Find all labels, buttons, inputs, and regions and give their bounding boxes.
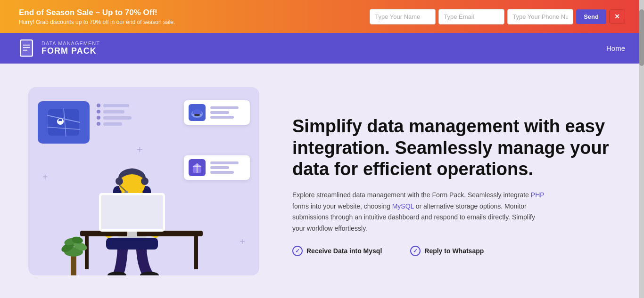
- feature-2-label: Reply to Whatsapp: [424, 247, 484, 255]
- hero-section: + + +: [0, 64, 644, 298]
- svg-point-22: [141, 177, 149, 185]
- svg-rect-1: [20, 40, 32, 56]
- close-button[interactable]: ✕: [609, 9, 625, 24]
- name-input[interactable]: [370, 9, 436, 24]
- check-icon-2: ✓: [410, 246, 421, 256]
- navbar: DATA MANAGEMENT FORM PACK Home: [0, 33, 644, 64]
- svg-rect-26: [85, 236, 89, 269]
- feature-1-label: Receive Data into Mysql: [306, 247, 382, 255]
- illus-background: + + +: [28, 87, 259, 275]
- plus-deco-3: +: [239, 236, 245, 247]
- feature-1: ✓ Receive Data into Mysql: [292, 246, 382, 256]
- brand-text: DATA MANAGEMENT FORM PACK: [41, 40, 100, 56]
- email-input[interactable]: [438, 9, 504, 24]
- phone-input[interactable]: [507, 9, 573, 24]
- hero-features: ✓ Receive Data into Mysql ✓ Reply to Wha…: [292, 246, 616, 256]
- brand-subtitle: DATA MANAGEMENT: [41, 40, 100, 46]
- hero-text: Simplify data management with easy integ…: [292, 116, 616, 256]
- feature-2: ✓ Reply to Whatsapp: [410, 246, 484, 256]
- illustration: + + +: [28, 87, 264, 285]
- sale-subtitle: Hurry! Grab discounts up to 70% off in o…: [19, 19, 175, 25]
- plus-deco-1: +: [42, 172, 48, 183]
- person-illustration: [57, 115, 207, 275]
- scrollbar-thumb[interactable]: [639, 9, 644, 66]
- scrollbar[interactable]: [639, 0, 644, 298]
- nav-home-link[interactable]: Home: [606, 44, 625, 52]
- send-button[interactable]: Send: [576, 9, 606, 24]
- mysql-link[interactable]: MySQL: [392, 202, 414, 210]
- svg-rect-34: [106, 238, 158, 250]
- sale-title: End of Season Sale – Up to 70% Off!: [19, 8, 175, 17]
- check-icon-1: ✓: [292, 246, 303, 256]
- banner-text: End of Season Sale – Up to 70% Off! Hurr…: [19, 8, 175, 25]
- banner-form: Send ✕: [370, 9, 625, 24]
- brand-title: FORM PACK: [41, 46, 100, 56]
- svg-rect-29: [101, 195, 163, 229]
- svg-rect-27: [194, 236, 198, 269]
- svg-point-21: [116, 177, 123, 185]
- hero-description: Explore streamlined data management with…: [292, 190, 547, 234]
- hero-heading: Simplify data management with easy integ…: [292, 116, 616, 180]
- php-link[interactable]: PHP: [531, 191, 545, 199]
- top-banner: End of Season Sale – Up to 70% Off! Hurr…: [0, 0, 644, 33]
- logo-icon: [19, 39, 36, 58]
- navbar-brand: DATA MANAGEMENT FORM PACK: [19, 39, 100, 58]
